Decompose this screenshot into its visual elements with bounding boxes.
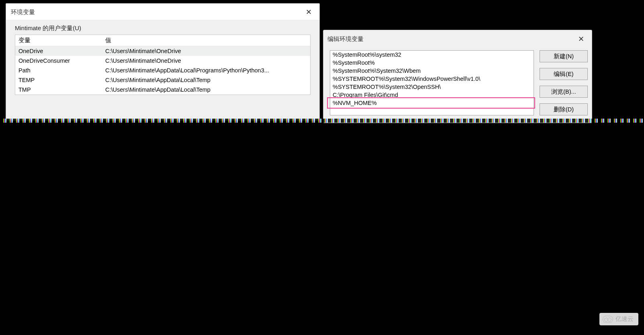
- list-item[interactable]: %SystemRoot%\system32: [330, 51, 534, 59]
- cell-variable: Path: [15, 66, 102, 75]
- dialog-title: 环境变量: [11, 8, 35, 16]
- button-column: 新建(N) 编辑(E) 浏览(B)... 删除(D): [540, 50, 588, 115]
- cell-variable: TMP: [15, 85, 102, 95]
- env-vars-dialog: 环境变量 ✕ Mintimate 的用户变量(U) 变量 值 OneDriveC…: [6, 3, 320, 121]
- edit-env-var-dialog: 编辑环境变量 ✕ %SystemRoot%\system32%SystemRoo…: [323, 30, 592, 123]
- close-icon: ✕: [306, 8, 312, 16]
- cell-value: C:\Users\Mintimate\AppData\Local\Temp: [102, 85, 310, 95]
- delete-button[interactable]: 删除(D): [540, 103, 588, 115]
- table-row[interactable]: OneDriveC:\Users\Mintimate\OneDrive: [15, 46, 310, 56]
- dialog-title: 编辑环境变量: [327, 35, 364, 43]
- dialog-titlebar: 编辑环境变量 ✕: [323, 30, 592, 48]
- table-row[interactable]: TEMPC:\Users\Mintimate\AppData\Local\Tem…: [15, 75, 310, 85]
- close-button[interactable]: ✕: [574, 34, 588, 44]
- column-header-variable[interactable]: 变量: [15, 35, 102, 46]
- cell-variable: TEMP: [15, 75, 102, 85]
- list-item[interactable]: %SystemRoot%: [330, 59, 534, 67]
- table-body: OneDriveC:\Users\Mintimate\OneDriveOneDr…: [15, 46, 310, 95]
- close-button[interactable]: ✕: [302, 7, 315, 17]
- table-row[interactable]: OneDriveConsumerC:\Users\Mintimate\OneDr…: [15, 56, 310, 66]
- list-item[interactable]: %SYSTEMROOT%\System32\WindowsPowerShell\…: [330, 75, 534, 83]
- column-header-value[interactable]: 值: [102, 35, 310, 46]
- path-listbox[interactable]: %SystemRoot%\system32%SystemRoot%%System…: [330, 50, 534, 115]
- watermark-text: 亿速云: [615, 315, 634, 323]
- table-header: 变量 值: [15, 35, 310, 46]
- browse-button[interactable]: 浏览(B)...: [540, 86, 588, 98]
- cell-value: C:\Users\Mintimate\OneDrive: [102, 46, 310, 56]
- list-item[interactable]: C:\Program Files\Git\cmd: [330, 91, 534, 99]
- user-vars-label: Mintimate 的用户变量(U): [15, 25, 311, 32]
- list-item[interactable]: %SYSTEMROOT%\System32\OpenSSH\: [330, 83, 534, 91]
- cell-variable: OneDrive: [15, 46, 102, 56]
- table-row[interactable]: PathC:\Users\Mintimate\AppData\Local\Pro…: [15, 66, 310, 75]
- close-icon: ✕: [578, 35, 584, 43]
- cell-value: C:\Users\Mintimate\AppData\Local\Temp: [102, 75, 310, 85]
- dialog-titlebar: 环境变量 ✕: [6, 4, 319, 20]
- table-row[interactable]: TMPC:\Users\Mintimate\AppData\Local\Temp: [15, 85, 310, 95]
- cell-variable: OneDriveConsumer: [15, 56, 102, 66]
- glitch-artifact: [0, 119, 644, 123]
- dialog-body: Mintimate 的用户变量(U) 变量 值 OneDriveC:\Users…: [6, 20, 319, 95]
- edit-button[interactable]: 编辑(E): [540, 68, 588, 80]
- list-item[interactable]: %NVM_HOME%: [330, 99, 534, 107]
- new-button[interactable]: 新建(N): [540, 50, 588, 62]
- user-vars-table[interactable]: 变量 值 OneDriveC:\Users\Mintimate\OneDrive…: [15, 35, 311, 95]
- cell-value: C:\Users\Mintimate\OneDrive: [102, 56, 310, 66]
- list-item[interactable]: %SystemRoot%\System32\Wbem: [330, 67, 534, 75]
- watermark: 亿速云: [599, 313, 638, 325]
- cell-value: C:\Users\Mintimate\AppData\Local\Program…: [102, 66, 310, 75]
- dialog-body: %SystemRoot%\system32%SystemRoot%%System…: [323, 48, 592, 115]
- cloud-icon: [603, 316, 613, 323]
